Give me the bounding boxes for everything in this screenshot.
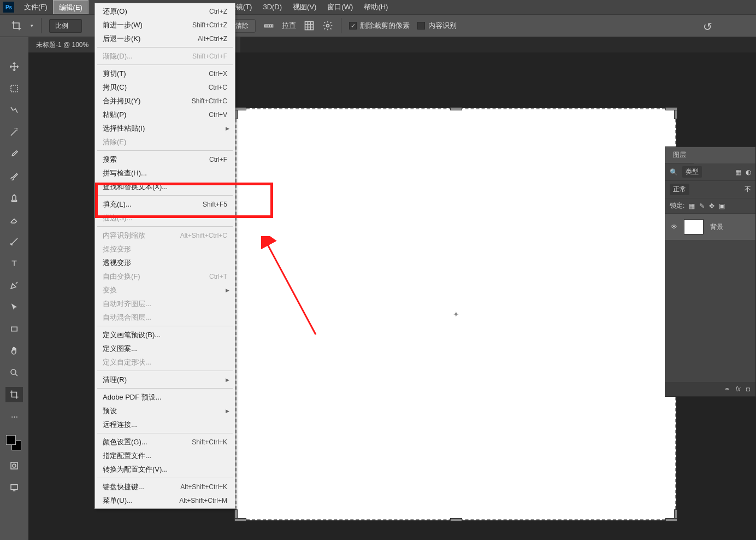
gear-icon[interactable]	[322, 20, 333, 31]
edit-menu-item[interactable]: 转换为配置文件(V)...	[95, 462, 235, 476]
menu-item-label: 拼写检查(H)...	[103, 168, 147, 178]
menu-item-shortcut: Alt+Shift+Ctrl+C	[180, 232, 227, 239]
crop-tool-icon[interactable]	[11, 20, 22, 31]
menu-view[interactable]: 视图(V)	[287, 0, 322, 14]
document-tab-1[interactable]: 未标题-1 @ 100%	[28, 37, 97, 52]
edit-menu-item[interactable]: 拼写检查(H)...	[95, 166, 235, 180]
grid-overlay-icon[interactable]	[304, 20, 315, 31]
pen-tool[interactable]	[5, 278, 23, 293]
menu-item-label: 转换为配置文件(V)...	[103, 465, 168, 474]
edit-menu-item[interactable]: 定义画笔预设(B)...	[95, 328, 235, 342]
menu-help[interactable]: 帮助(H)	[358, 0, 393, 14]
gradient-tool[interactable]	[5, 234, 23, 249]
tool-dropdown-icon[interactable]: ▾	[31, 23, 33, 28]
edit-menu-item[interactable]: 还原(O)Ctrl+Z	[95, 4, 235, 18]
edit-menu-item[interactable]: 远程连接...	[95, 418, 235, 431]
edit-menu-item[interactable]: 合并拷贝(Y)Shift+Ctrl+C	[95, 94, 235, 108]
reset-icon[interactable]: ↺	[703, 20, 712, 33]
edit-menu-item[interactable]: 颜色设置(G)...Shift+Ctrl+K	[95, 435, 235, 449]
menu-3d[interactable]: 3D(D)	[257, 0, 287, 14]
marquee-tool[interactable]	[5, 81, 23, 96]
crop-handle-bl-h[interactable]	[234, 518, 246, 521]
edit-menu-item[interactable]: 透视变形	[95, 256, 235, 269]
quick-mask-icon[interactable]	[5, 458, 23, 473]
crop-tool[interactable]	[5, 387, 23, 402]
lock-artboard-icon[interactable]: ▣	[719, 202, 725, 210]
edit-menu-item[interactable]: 前进一步(W)Shift+Ctrl+Z	[95, 18, 235, 32]
lock-move-icon[interactable]: ✥	[709, 202, 714, 210]
visibility-eye-icon[interactable]: 👁	[671, 223, 677, 231]
edit-menu-item[interactable]: 定义图案...	[95, 342, 235, 355]
lock-pixels-icon[interactable]: ▦	[689, 202, 695, 210]
crop-handle-tr-h[interactable]	[665, 107, 677, 110]
layer-name[interactable]: 背景	[710, 222, 723, 232]
screen-mode-icon[interactable]	[5, 480, 23, 495]
brush-tool[interactable]	[5, 168, 23, 184]
fx-icon[interactable]: fx	[735, 385, 740, 393]
crop-handle-br-h[interactable]	[665, 518, 677, 521]
layer-row-background[interactable]: 👁 背景	[665, 214, 755, 240]
path-select-tool[interactable]	[5, 300, 23, 315]
separator	[341, 18, 341, 33]
layer-filter-icon[interactable]: ▦	[735, 168, 741, 176]
svg-rect-3	[11, 85, 17, 92]
edit-menu-item[interactable]: 拷贝(C)Ctrl+C	[95, 80, 235, 94]
blend-mode-dropdown[interactable]: 正常	[670, 184, 689, 195]
layer-thumbnail[interactable]	[684, 219, 704, 234]
edit-menu-item[interactable]: 搜索Ctrl+F	[95, 152, 235, 166]
edit-menu-item[interactable]: 菜单(U)...Alt+Shift+Ctrl+M	[95, 494, 235, 507]
type-tool[interactable]	[5, 256, 23, 271]
crop-handle-top[interactable]	[450, 107, 462, 110]
menu-item-shortcut: Ctrl+F	[209, 156, 227, 163]
edit-menu-item[interactable]: 选择性粘贴(I)	[95, 121, 235, 135]
opacity-label: 不	[745, 185, 751, 194]
menu-item-shortcut: Shift+Ctrl+F	[192, 52, 227, 60]
content-aware-checkbox[interactable]: 内容识别	[417, 21, 457, 31]
edit-menu-item[interactable]: 预设	[95, 404, 235, 418]
menu-item-label: 拷贝(C)	[103, 83, 127, 92]
eyedropper-tool[interactable]	[5, 146, 23, 162]
color-swatches[interactable]	[6, 435, 22, 451]
lasso-tool[interactable]	[5, 103, 23, 118]
move-tool[interactable]	[5, 59, 23, 74]
crop-handle-bottom[interactable]	[450, 518, 462, 521]
eraser-tool[interactable]	[5, 212, 23, 227]
edit-menu-item: 渐隐(D)...Shift+Ctrl+F	[95, 49, 235, 63]
rectangle-tool[interactable]	[5, 321, 23, 337]
layer-filter-icon-2[interactable]: ◐	[746, 168, 751, 176]
menu-window[interactable]: 窗口(W)	[322, 0, 358, 14]
edit-menu-item[interactable]: 剪切(T)Ctrl+X	[95, 67, 235, 80]
ratio-preset-dropdown[interactable]: 比例	[49, 19, 82, 33]
layers-tab[interactable]: 图层	[665, 147, 694, 163]
mask-icon[interactable]: ◘	[746, 385, 750, 393]
straighten-label[interactable]: 拉直	[282, 21, 296, 31]
magic-wand-tool[interactable]	[5, 125, 23, 140]
clone-stamp-tool[interactable]	[5, 190, 23, 206]
edit-menu-item[interactable]: 键盘快捷键...Alt+Shift+Ctrl+K	[95, 480, 235, 494]
hand-tool[interactable]	[5, 343, 23, 359]
straighten-icon[interactable]	[263, 20, 274, 31]
menu-edit[interactable]: 编辑(E)	[53, 0, 88, 14]
edit-menu-item[interactable]: 填充(L)...Shift+F5	[95, 197, 235, 211]
delete-cropped-label: 删除裁剪的像素	[360, 21, 410, 31]
menu-item-label: 选择性粘贴(I)	[103, 124, 145, 133]
filter-type-dropdown[interactable]: 类型	[682, 166, 702, 178]
menu-item-label: 自动对齐图层...	[103, 299, 151, 309]
crop-handle-tl-h[interactable]	[234, 107, 246, 110]
edit-menu-item[interactable]: Adobe PDF 预设...	[95, 390, 235, 404]
canvas[interactable]: ✦	[235, 108, 676, 520]
menu-item-label: 描边(S)...	[103, 213, 132, 223]
edit-menu-item[interactable]: 查找和替换文本(X)...	[95, 180, 235, 193]
delete-cropped-checkbox[interactable]: 删除裁剪的像素	[349, 21, 410, 31]
edit-menu-item[interactable]: 粘贴(P)Ctrl+V	[95, 108, 235, 121]
menu-file[interactable]: 文件(F)	[19, 0, 53, 14]
zoom-tool[interactable]	[5, 365, 23, 380]
lock-brush-icon[interactable]: ✎	[699, 202, 705, 210]
edit-toolbar-icon[interactable]: ⋯	[5, 409, 23, 424]
edit-menu-item[interactable]: 指定配置文件...	[95, 449, 235, 462]
menu-item-label: 自由变换(F)	[103, 272, 140, 281]
link-layers-icon[interactable]: ⚭	[724, 385, 730, 393]
foreground-color-swatch[interactable]	[6, 435, 16, 445]
edit-menu-item[interactable]: 后退一步(K)Alt+Ctrl+Z	[95, 32, 235, 45]
edit-menu-item[interactable]: 清理(R)	[95, 373, 235, 386]
